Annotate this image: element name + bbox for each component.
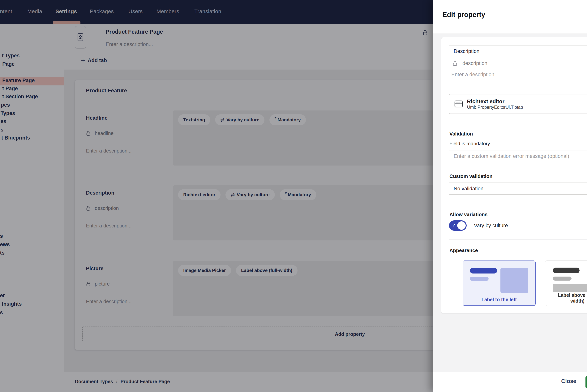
modal-footer: Close (433, 372, 587, 392)
toggle-label: Vary by culture (474, 223, 508, 228)
vary-by-culture-toggle-row: ✓ Vary by culture (449, 220, 508, 231)
toggle-knob (457, 221, 466, 230)
modal-form-card: description Enter a description... Richt… (441, 37, 587, 314)
validation-heading: Validation (449, 131, 473, 137)
editor-title: Richtext editor (467, 98, 523, 105)
editor-picker-text: Richtext editor Umb.PropertyEditorUi.Tip… (467, 98, 523, 110)
modal-header: Edit property (433, 0, 587, 34)
preview-label-bar (553, 268, 580, 273)
modal-backdrop[interactable] (0, 0, 433, 392)
appearance-heading: Appearance (449, 248, 478, 254)
custom-validation-select[interactable]: No validation (449, 182, 587, 195)
property-name-input[interactable] (449, 45, 587, 57)
section-divider (449, 204, 587, 204)
property-alias-row[interactable]: description (453, 60, 488, 66)
appearance-option-label-above[interactable]: Label above (full-width) (545, 260, 587, 306)
field-is-mandatory-label[interactable]: Field is mandatory (449, 141, 490, 146)
vary-by-culture-toggle[interactable]: ✓ (449, 220, 467, 231)
alias-text: description (462, 60, 488, 66)
edit-property-modal: Edit property description Enter a descri… (433, 0, 587, 392)
property-description-input[interactable]: Enter a description... (451, 72, 499, 78)
preview-sub-bar (553, 276, 572, 280)
preview-editor-block (501, 268, 528, 293)
appearance-option-label: Label to the left (463, 297, 535, 302)
appearance-option-label: Label above (full-width) (554, 292, 587, 304)
close-button[interactable]: Close (561, 378, 576, 384)
richtext-editor-icon (454, 100, 463, 108)
appearance-option-label-left[interactable]: Label to the left (463, 260, 536, 306)
preview-label-bar (470, 268, 497, 274)
preview-sub-bar (470, 277, 489, 281)
custom-validation-heading: Custom validation (449, 173, 492, 179)
submit-button[interactable] (586, 376, 587, 388)
section-divider (449, 120, 587, 120)
validation-message-input[interactable] (449, 150, 587, 162)
property-editor-picker[interactable]: Richtext editor Umb.PropertyEditorUi.Tip… (449, 94, 587, 114)
editor-ui-alias: Umb.PropertyEditorUi.Tiptap (467, 105, 523, 110)
preview-editor-block (553, 284, 587, 292)
lock-icon (453, 60, 458, 66)
allow-variations-heading: Allow variations (449, 212, 488, 218)
modal-title: Edit property (442, 11, 485, 19)
section-divider (449, 240, 587, 240)
check-icon: ✓ (452, 223, 456, 228)
